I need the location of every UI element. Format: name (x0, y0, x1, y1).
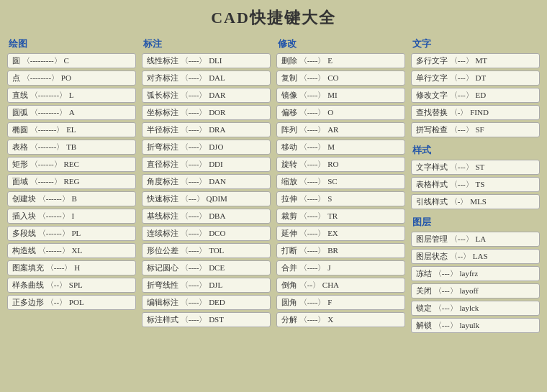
drawing-items-item-1[interactable]: 点 〈--------〉 PO (7, 70, 136, 86)
section-drawing: 绘图 圆 〈---------〉 C点 〈--------〉 PO直线 〈---… (7, 37, 136, 335)
section-text-title: 文字 (411, 37, 540, 50)
page-title: CAD快捷键大全 (7, 7, 540, 29)
modify-items-item-14[interactable]: 圆角 〈----〉 F (276, 295, 405, 310)
modify-items-item-13[interactable]: 倒角 〈--〉 CHA (276, 278, 405, 293)
style-items-item-1[interactable]: 表格样式 〈---〉 TS (411, 177, 540, 192)
drawing-items-item-0[interactable]: 圆 〈---------〉 C (7, 53, 136, 68)
annotation-items-item-8[interactable]: 快速标注 〈---〉 QDIM (142, 191, 271, 206)
section-annotation-title: 标注 (142, 37, 271, 50)
layer-items-item-0[interactable]: 图层管理 〈---〉 LA (411, 232, 540, 247)
section-annotation: 标注 线性标注 〈----〉 DLI对齐标注 〈----〉 DAL弧长标注 〈-… (142, 37, 271, 335)
annotation-items-item-14[interactable]: 编辑标注 〈----〉 DED (142, 295, 271, 310)
drawing-items-item-6[interactable]: 矩形 〈------〉 REC (7, 157, 136, 172)
modify-items-item-12[interactable]: 合并 〈----〉 J (276, 260, 405, 275)
annotation-items-item-9[interactable]: 基线标注 〈----〉 DBA (142, 209, 271, 224)
section-style-title: 样式 (411, 144, 540, 157)
annotation-items-item-12[interactable]: 标记圆心 〈----〉 DCE (142, 260, 271, 275)
drawing-items-item-10[interactable]: 多段线 〈------〉 PL (7, 226, 136, 241)
section-modify-title: 修改 (276, 37, 405, 50)
section-layer-title: 图层 (411, 216, 540, 229)
text-items-item-1[interactable]: 单行文字 〈---〉 DT (411, 70, 540, 86)
layer-items-item-4[interactable]: 锁定 〈---〉 laylck (411, 301, 540, 316)
drawing-items-item-11[interactable]: 构造线 〈------〉 XL (7, 243, 136, 258)
section-modify: 修改 删除 〈----〉 E复制 〈----〉 CO镜像 〈----〉 MI偏移… (276, 37, 405, 335)
modify-items-item-2[interactable]: 镜像 〈----〉 MI (276, 88, 405, 103)
modify-items-item-10[interactable]: 延伸 〈----〉 EX (276, 226, 405, 241)
modify-items-item-9[interactable]: 裁剪 〈----〉 TR (276, 209, 405, 224)
annotation-items-item-13[interactable]: 折弯线性 〈----〉 DJL (142, 278, 271, 293)
annotation-items-item-10[interactable]: 连续标注 〈----〉 DCO (142, 226, 271, 241)
annotation-items-item-11[interactable]: 形位公差 〈----〉 TOL (142, 243, 271, 258)
annotation-items-item-4[interactable]: 半径标注 〈----〉 DRA (142, 122, 271, 137)
text-items: 多行文字 〈---〉 MT单行文字 〈---〉 DT修改文字 〈---〉 ED查… (411, 53, 540, 140)
modify-items-item-1[interactable]: 复制 〈----〉 CO (276, 70, 405, 86)
text-items-item-3[interactable]: 查找替换 〈-〉 FIND (411, 105, 540, 120)
section-right: 文字 多行文字 〈---〉 MT单行文字 〈---〉 DT修改文字 〈---〉 … (411, 37, 540, 335)
main-grid: 绘图 圆 〈---------〉 C点 〈--------〉 PO直线 〈---… (7, 37, 540, 335)
modify-items-item-3[interactable]: 偏移 〈----〉 O (276, 105, 405, 120)
layer-items-item-2[interactable]: 冻结 〈---〉 layfrz (411, 266, 540, 281)
annotation-items-item-0[interactable]: 线性标注 〈----〉 DLI (142, 53, 271, 68)
style-items: 文字样式 〈---〉 ST表格样式 〈---〉 TS引线样式 〈-〉 MLS (411, 160, 540, 211)
layer-items: 图层管理 〈---〉 LA图层状态 〈--〉 LAS冻结 〈---〉 layfr… (411, 232, 540, 335)
text-items-item-4[interactable]: 拼写检查 〈---〉 SF (411, 122, 540, 137)
annotation-items-item-7[interactable]: 角度标注 〈----〉 DAN (142, 174, 271, 189)
modify-items-item-11[interactable]: 打断 〈----〉 BR (276, 243, 405, 258)
modify-items-item-5[interactable]: 移动 〈----〉 M (276, 140, 405, 155)
annotation-items-item-3[interactable]: 坐标标注 〈----〉 DOR (142, 105, 271, 120)
modify-items-item-6[interactable]: 旋转 〈----〉 RO (276, 157, 405, 172)
text-items-item-0[interactable]: 多行文字 〈---〉 MT (411, 53, 540, 68)
drawing-items-item-9[interactable]: 插入块 〈------〉 I (7, 209, 136, 224)
layer-items-item-5[interactable]: 解锁 〈---〉 layulk (411, 318, 540, 333)
style-items-item-0[interactable]: 文字样式 〈---〉 ST (411, 160, 540, 175)
drawing-items-item-14[interactable]: 正多边形 〈--〉 POL (7, 295, 136, 310)
annotation-items-item-6[interactable]: 直径标注 〈----〉 DDI (142, 157, 271, 172)
drawing-items-item-2[interactable]: 直线 〈--------〉 L (7, 88, 136, 103)
drawing-items-item-3[interactable]: 圆弧 〈--------〉 A (7, 105, 136, 120)
modify-items-item-4[interactable]: 阵列 〈----〉 AR (276, 122, 405, 137)
style-items-item-2[interactable]: 引线样式 〈-〉 MLS (411, 194, 540, 209)
annotation-items: 线性标注 〈----〉 DLI对齐标注 〈----〉 DAL弧长标注 〈----… (142, 53, 271, 329)
modify-items-item-0[interactable]: 删除 〈----〉 E (276, 53, 405, 68)
drawing-items-item-8[interactable]: 创建块 〈------〉 B (7, 191, 136, 206)
text-items-item-2[interactable]: 修改文字 〈---〉 ED (411, 88, 540, 103)
drawing-items-item-7[interactable]: 面域 〈------〉 REG (7, 174, 136, 189)
annotation-items-item-2[interactable]: 弧长标注 〈----〉 DAR (142, 88, 271, 103)
drawing-items-item-5[interactable]: 表格 〈-------〉 TB (7, 140, 136, 155)
modify-items-item-7[interactable]: 缩放 〈----〉 SC (276, 174, 405, 189)
drawing-items-item-4[interactable]: 椭圆 〈-------〉 EL (7, 122, 136, 137)
drawing-items: 圆 〈---------〉 C点 〈--------〉 PO直线 〈------… (7, 53, 136, 312)
modify-items-item-15[interactable]: 分解 〈----〉 X (276, 312, 405, 327)
drawing-items-item-12[interactable]: 图案填充 〈----〉 H (7, 260, 136, 275)
annotation-items-item-15[interactable]: 标注样式 〈----〉 DST (142, 312, 271, 327)
annotation-items-item-5[interactable]: 折弯标注 〈----〉 DJO (142, 140, 271, 155)
modify-items: 删除 〈----〉 E复制 〈----〉 CO镜像 〈----〉 MI偏移 〈-… (276, 53, 405, 329)
layer-items-item-3[interactable]: 关闭 〈---〉 layoff (411, 283, 540, 298)
drawing-items-item-13[interactable]: 样条曲线 〈--〉 SPL (7, 278, 136, 293)
layer-items-item-1[interactable]: 图层状态 〈--〉 LAS (411, 249, 540, 264)
annotation-items-item-1[interactable]: 对齐标注 〈----〉 DAL (142, 70, 271, 86)
modify-items-item-8[interactable]: 拉伸 〈----〉 S (276, 191, 405, 206)
section-drawing-title: 绘图 (7, 37, 136, 50)
